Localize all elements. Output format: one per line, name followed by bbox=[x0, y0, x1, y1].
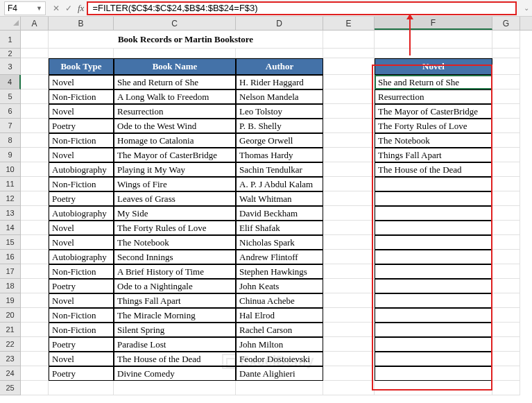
filter-result-cell[interactable] bbox=[375, 366, 492, 381]
row-header[interactable]: 5 bbox=[0, 89, 21, 104]
cell[interactable] bbox=[21, 49, 49, 58]
filter-result-cell[interactable] bbox=[375, 177, 492, 191]
row-header[interactable]: 13 bbox=[0, 206, 21, 221]
cell[interactable] bbox=[323, 352, 375, 366]
cell[interactable] bbox=[236, 49, 323, 58]
table-cell[interactable]: Rachel Carson bbox=[236, 323, 323, 337]
table-cell[interactable]: A Brief History of Time bbox=[114, 264, 236, 279]
cell[interactable] bbox=[492, 323, 520, 337]
table-cell[interactable]: Thomas Hardy bbox=[236, 148, 323, 162]
cell[interactable] bbox=[21, 352, 49, 366]
row-header[interactable]: 15 bbox=[0, 235, 21, 250]
cell[interactable] bbox=[492, 206, 520, 221]
table-cell[interactable]: Chinua Achebe bbox=[236, 293, 323, 308]
cell[interactable] bbox=[323, 75, 375, 89]
fx-icon[interactable]: fx bbox=[75, 3, 87, 14]
table-cell[interactable]: Sachin Tendulkar bbox=[236, 162, 323, 177]
table-cell[interactable]: John Milton bbox=[236, 337, 323, 352]
filter-result-cell[interactable]: She and Return of She bbox=[375, 75, 492, 89]
cell[interactable] bbox=[323, 221, 375, 235]
cell[interactable] bbox=[236, 381, 323, 395]
cell[interactable] bbox=[492, 366, 520, 381]
cell[interactable] bbox=[492, 337, 520, 352]
cell[interactable] bbox=[21, 31, 49, 49]
formula-input[interactable]: =FILTER($C$4:$C$24,$B$4:$B$24=F$3) bbox=[87, 1, 517, 15]
col-header-c[interactable]: C bbox=[114, 17, 236, 30]
cell[interactable] bbox=[492, 148, 520, 162]
filter-result-cell[interactable] bbox=[375, 206, 492, 221]
row-header[interactable]: 10 bbox=[0, 162, 21, 177]
table-cell[interactable]: Resurrection bbox=[114, 104, 236, 119]
cell[interactable] bbox=[323, 177, 375, 191]
filter-result-cell[interactable] bbox=[375, 221, 492, 235]
filter-result-cell[interactable] bbox=[375, 235, 492, 250]
cell[interactable] bbox=[21, 162, 49, 177]
select-all-corner[interactable] bbox=[0, 17, 21, 30]
cell[interactable] bbox=[49, 49, 114, 58]
cell[interactable] bbox=[323, 148, 375, 162]
cell[interactable] bbox=[21, 191, 49, 206]
row-header[interactable]: 3 bbox=[0, 58, 21, 75]
table-cell[interactable]: Andrew Flintoff bbox=[236, 250, 323, 264]
table-cell[interactable]: Playing it My Way bbox=[114, 162, 236, 177]
table-cell[interactable]: Non-Fiction bbox=[49, 177, 114, 191]
table-cell[interactable]: Second Innings bbox=[114, 250, 236, 264]
table-cell[interactable]: Poetry bbox=[49, 119, 114, 133]
row-header[interactable]: 2 bbox=[0, 49, 21, 58]
filter-result-cell[interactable] bbox=[375, 323, 492, 337]
row-header[interactable]: 19 bbox=[0, 293, 21, 308]
col-header-e[interactable]: E bbox=[323, 17, 375, 30]
table-cell[interactable]: Novel bbox=[49, 293, 114, 308]
cell[interactable] bbox=[21, 293, 49, 308]
table-cell[interactable]: Elif Shafak bbox=[236, 221, 323, 235]
name-box-dropdown-icon[interactable]: ▼ bbox=[36, 5, 42, 12]
enter-icon[interactable]: ✓ bbox=[62, 2, 75, 15]
col-header-a[interactable]: A bbox=[21, 17, 49, 30]
cell[interactable] bbox=[323, 308, 375, 323]
cell[interactable] bbox=[21, 133, 49, 148]
table-cell[interactable]: Autobiography bbox=[49, 250, 114, 264]
cell[interactable] bbox=[49, 381, 114, 395]
cell[interactable] bbox=[21, 366, 49, 381]
cell[interactable] bbox=[492, 58, 520, 75]
table-cell[interactable]: Ode to a Nightingale bbox=[114, 279, 236, 293]
table-cell[interactable]: John Keats bbox=[236, 279, 323, 293]
cell[interactable] bbox=[323, 58, 375, 75]
cell[interactable] bbox=[492, 293, 520, 308]
cell[interactable] bbox=[492, 221, 520, 235]
table-cell[interactable]: Hal Elrod bbox=[236, 308, 323, 323]
col-header-f[interactable]: F bbox=[375, 17, 492, 30]
filter-result-cell[interactable] bbox=[375, 279, 492, 293]
table-cell[interactable]: P. B. Shelly bbox=[236, 119, 323, 133]
filter-result-cell[interactable] bbox=[375, 308, 492, 323]
cell[interactable] bbox=[492, 250, 520, 264]
filter-result-cell[interactable] bbox=[375, 191, 492, 206]
cell[interactable] bbox=[323, 323, 375, 337]
row-header[interactable]: 16 bbox=[0, 250, 21, 264]
table-cell[interactable]: My Side bbox=[114, 206, 236, 221]
cell[interactable] bbox=[492, 133, 520, 148]
cell[interactable] bbox=[323, 337, 375, 352]
cell[interactable] bbox=[21, 279, 49, 293]
row-header[interactable]: 21 bbox=[0, 323, 21, 337]
filter-result-cell[interactable] bbox=[375, 352, 492, 366]
table-cell[interactable]: Novel bbox=[49, 148, 114, 162]
table-cell[interactable]: Novel bbox=[49, 221, 114, 235]
cell[interactable] bbox=[323, 381, 375, 395]
filter-result-cell[interactable]: The Mayor of CasterBridge bbox=[375, 104, 492, 119]
cell[interactable] bbox=[323, 119, 375, 133]
table-cell[interactable]: Paradise Lost bbox=[114, 337, 236, 352]
table-cell[interactable]: Autobiography bbox=[49, 206, 114, 221]
cell[interactable] bbox=[21, 250, 49, 264]
table-cell[interactable]: Wings of Fire bbox=[114, 177, 236, 191]
row-header[interactable]: 24 bbox=[0, 366, 21, 381]
cell[interactable] bbox=[323, 31, 375, 49]
table-cell[interactable]: Ode to the West Wind bbox=[114, 119, 236, 133]
table-cell[interactable]: George Orwell bbox=[236, 133, 323, 148]
table-cell[interactable]: The Mayor of CasterBridge bbox=[114, 148, 236, 162]
table-cell[interactable]: Silent Spring bbox=[114, 323, 236, 337]
cell[interactable] bbox=[492, 308, 520, 323]
filter-result-cell[interactable] bbox=[375, 337, 492, 352]
row-header[interactable]: 18 bbox=[0, 279, 21, 293]
table-cell[interactable]: Things Fall Apart bbox=[114, 293, 236, 308]
